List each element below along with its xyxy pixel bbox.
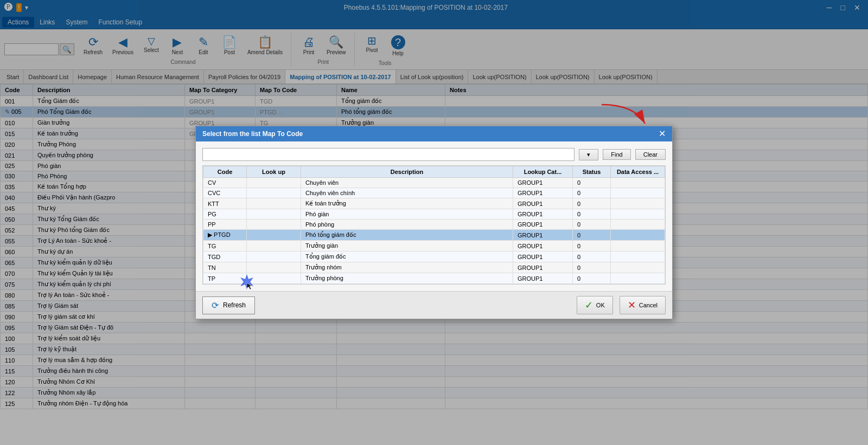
cancel-label: Cancel	[639, 302, 658, 308]
modal-cell-status: 0	[573, 251, 611, 262]
modal-cell-status: 0	[573, 273, 611, 284]
modal-cell-code: CVC	[203, 188, 247, 198]
modal-cell-cat: GROUP1	[513, 209, 573, 220]
modal-cell-access	[611, 241, 665, 251]
modal-cell-code: CV	[203, 178, 247, 188]
modal-table-row[interactable]: TG Trưởng giàn GROUP1 0	[203, 241, 665, 251]
modal-cell-cat: GROUP1	[513, 251, 573, 262]
modal-col-lookup: Look up	[247, 166, 301, 178]
modal-cell-lookup	[247, 241, 301, 251]
modal-cell-status: 0	[573, 209, 611, 220]
modal-cell-description: Trưởng nhóm	[301, 262, 513, 273]
modal-col-code: Code	[203, 166, 247, 178]
modal-cell-description: Phó giàn	[301, 209, 513, 220]
modal-cell-access	[611, 198, 665, 209]
modal-cell-description: Kế toán trưởng	[301, 198, 513, 209]
modal-cell-cat: GROUP1	[513, 220, 573, 230]
modal-cell-description: Phó tổng giám đốc	[301, 230, 513, 241]
modal-table-row[interactable]: PG Phó giàn GROUP1 0	[203, 209, 665, 220]
modal-cell-status: 0	[573, 198, 611, 209]
modal-cell-status: 0	[573, 188, 611, 198]
modal-cell-access	[611, 220, 665, 230]
modal-table: Code Look up Description Lookup Cat... S…	[203, 166, 665, 284]
modal-cell-lookup	[247, 230, 301, 241]
modal-cell-lookup	[247, 198, 301, 209]
modal-cell-code: PG	[203, 209, 247, 220]
ok-checkmark-icon: ✓	[585, 299, 593, 311]
modal-table-row[interactable]: TGD Tổng giám đốc GROUP1 0	[203, 251, 665, 262]
modal-table-row[interactable]: TP Trưởng phòng GROUP1 0	[203, 273, 665, 284]
modal-cell-code: TGD	[203, 251, 247, 262]
modal-cell-cat: GROUP1	[513, 198, 573, 209]
dropdown-arrow-button[interactable]: ▾	[579, 149, 598, 160]
modal-table-row[interactable]: TN Trưởng nhóm GROUP1 0	[203, 262, 665, 273]
modal-cell-description: Chuyên viên chính	[301, 188, 513, 198]
modal-table-row[interactable]: CV Chuyên viên GROUP1 0	[203, 178, 665, 188]
modal-refresh-label: Refresh	[223, 301, 246, 309]
modal-cell-lookup	[247, 262, 301, 273]
modal-dialog: Select from the list Map To Code ✕ ▾ Fin…	[195, 126, 673, 319]
modal-title: Select from the list Map To Code	[202, 130, 303, 138]
modal-cell-access	[611, 251, 665, 262]
modal-cell-access	[611, 262, 665, 273]
ok-button[interactable]: ✓ OK	[577, 296, 613, 314]
modal-cell-lookup	[247, 188, 301, 198]
cancel-button[interactable]: ✕ Cancel	[620, 296, 666, 314]
modal-footer: ⟳ Refresh ✓ OK ✕ Cancel	[196, 291, 672, 319]
modal-cell-cat: GROUP1	[513, 188, 573, 198]
modal-cell-access	[611, 188, 665, 198]
modal-cell-lookup	[247, 251, 301, 262]
modal-footer-right: ✓ OK ✕ Cancel	[577, 296, 666, 314]
modal-cell-lookup	[247, 178, 301, 188]
modal-col-status: Status	[573, 166, 611, 178]
modal-cell-lookup	[247, 273, 301, 284]
modal-cell-lookup	[247, 209, 301, 220]
modal-cell-cat: GROUP1	[513, 241, 573, 251]
modal-header: Select from the list Map To Code ✕	[196, 126, 672, 141]
refresh-spin-icon: ⟳	[212, 300, 219, 311]
clear-button[interactable]: Clear	[635, 149, 666, 160]
modal-cell-description: Phó phòng	[301, 220, 513, 230]
modal-cell-status: 0	[573, 220, 611, 230]
modal-col-cat: Lookup Cat...	[513, 166, 573, 178]
modal-search-row: ▾ Find Clear	[202, 148, 666, 161]
modal-cell-code: ▶ PTGD	[203, 230, 247, 241]
modal-cell-cat: GROUP1	[513, 262, 573, 273]
modal-cell-code: TP	[203, 273, 247, 284]
modal-cell-access	[611, 178, 665, 188]
modal-cell-code: TN	[203, 262, 247, 273]
modal-refresh-button[interactable]: ⟳ Refresh	[202, 296, 255, 314]
modal-cell-description: Tổng giám đốc	[301, 251, 513, 262]
modal-body: ▾ Find Clear Code Look up Description Lo…	[196, 141, 672, 291]
modal-cell-cat: GROUP1	[513, 273, 573, 284]
modal-cell-code: TG	[203, 241, 247, 251]
modal-cell-code: PP	[203, 220, 247, 230]
cancel-x-icon: ✕	[628, 299, 636, 311]
modal-cell-status: 0	[573, 262, 611, 273]
modal-table-row[interactable]: KTT Kế toán trưởng GROUP1 0	[203, 198, 665, 209]
modal-cell-code: KTT	[203, 198, 247, 209]
modal-cell-access	[611, 209, 665, 220]
modal-table-row[interactable]: ▶ PTGD Phó tổng giám đốc GROUP1 0	[203, 230, 665, 241]
modal-cell-cat: GROUP1	[513, 230, 573, 241]
modal-cell-status: 0	[573, 241, 611, 251]
modal-cell-description: Trưởng phòng	[301, 273, 513, 284]
modal-col-description: Description	[301, 166, 513, 178]
modal-cell-status: 0	[573, 230, 611, 241]
modal-overlay: Select from the list Map To Code ✕ ▾ Fin…	[0, 0, 868, 445]
modal-cell-cat: GROUP1	[513, 178, 573, 188]
modal-cell-status: 0	[573, 178, 611, 188]
modal-table-container[interactable]: Code Look up Description Lookup Cat... S…	[202, 165, 666, 285]
modal-table-row[interactable]: PP Phó phòng GROUP1 0	[203, 220, 665, 230]
modal-close-button[interactable]: ✕	[659, 130, 666, 138]
modal-cell-description: Chuyên viên	[301, 178, 513, 188]
modal-cell-access	[611, 230, 665, 241]
modal-col-access: Data Access ...	[611, 166, 665, 178]
modal-cell-access	[611, 273, 665, 284]
find-button[interactable]: Find	[603, 149, 630, 160]
modal-table-row[interactable]: CVC Chuyên viên chính GROUP1 0	[203, 188, 665, 198]
modal-cell-lookup	[247, 220, 301, 230]
ok-label: OK	[596, 302, 605, 308]
modal-cell-description: Trưởng giàn	[301, 241, 513, 251]
modal-search-input[interactable]	[202, 148, 575, 161]
